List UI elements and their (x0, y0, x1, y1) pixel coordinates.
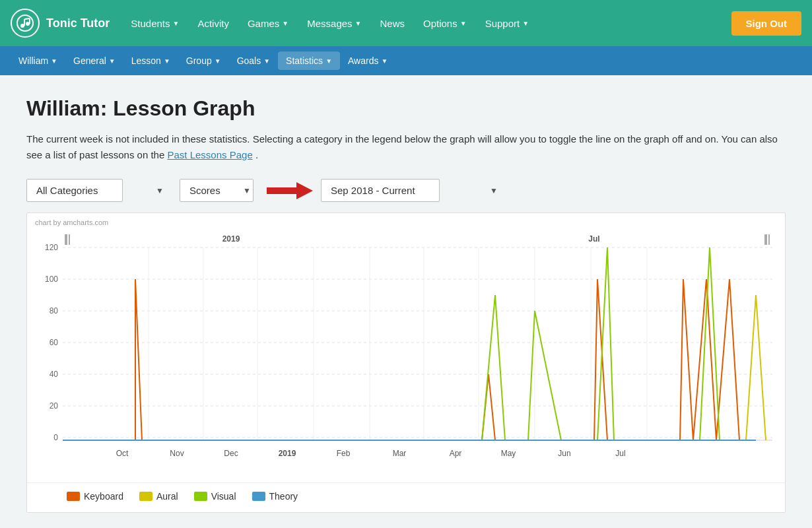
nav-news[interactable]: News (372, 13, 413, 34)
svg-marker-6 (267, 182, 313, 199)
arrow-indicator (267, 181, 313, 201)
svg-text:2019: 2019 (279, 449, 296, 458)
subnav-william[interactable]: William ▼ (11, 51, 65, 70)
chevron-down-icon: ▼ (215, 57, 221, 65)
metric-select-wrapper: Scores Time Attempts ▼ (180, 179, 259, 202)
legend-aural[interactable]: Aural (139, 491, 178, 502)
chevron-down-icon: ▼ (156, 186, 164, 195)
subnav-lesson[interactable]: Lesson ▼ (123, 51, 178, 70)
chevron-down-icon: ▼ (282, 20, 288, 27)
top-navigation: Tonic Tutor Students ▼ Activity Games ▼ … (0, 0, 812, 46)
svg-text:Oct: Oct (116, 449, 129, 458)
svg-text:Mar: Mar (393, 449, 407, 458)
keyboard-color-swatch (67, 492, 80, 501)
sign-out-button[interactable]: Sign Out (731, 11, 802, 36)
page-title: William: Lesson Graph (26, 96, 786, 121)
chart-credit: chart by amcharts.com (27, 213, 785, 226)
svg-text:Apr: Apr (450, 449, 462, 458)
subnav-awards[interactable]: Awards ▼ (340, 51, 395, 70)
svg-text:Feb: Feb (337, 449, 351, 458)
svg-text:Jul: Jul (615, 449, 625, 458)
subnav-statistics[interactable]: Statistics ▼ (278, 51, 340, 70)
svg-rect-25 (67, 234, 69, 245)
svg-rect-27 (767, 234, 768, 245)
app-name: Tonic Tutor (46, 16, 110, 30)
subnav-group[interactable]: Group ▼ (178, 51, 229, 70)
svg-text:120: 120 (45, 243, 58, 252)
subnav-general[interactable]: General ▼ (65, 51, 123, 70)
date-select-wrapper: Sep 2018 - Current Last 3 Months Last 6 … (321, 179, 506, 202)
legend-theory[interactable]: Theory (252, 491, 298, 502)
svg-text:May: May (501, 449, 516, 458)
chevron-down-icon: ▼ (381, 57, 388, 65)
chevron-down-icon: ▼ (325, 57, 332, 65)
controls-row: All Categories Keyboard Aural Visual The… (26, 179, 786, 202)
chart-svg: 120 100 80 60 40 20 0 2019 (27, 232, 785, 482)
svg-text:2019: 2019 (222, 234, 240, 244)
chevron-down-icon: ▼ (522, 20, 529, 27)
chevron-down-icon: ▼ (51, 57, 57, 65)
svg-text:40: 40 (50, 370, 59, 379)
aural-color-swatch (139, 492, 152, 501)
nav-support[interactable]: Support ▼ (477, 13, 537, 34)
svg-text:Nov: Nov (170, 449, 184, 458)
nav-students[interactable]: Students ▼ (123, 13, 187, 34)
chevron-down-icon: ▼ (460, 20, 467, 27)
chevron-down-icon: ▼ (263, 57, 270, 65)
chevron-down-icon: ▼ (173, 20, 180, 27)
svg-line-5 (24, 18, 30, 19)
chart-container: chart by amcharts.com 120 100 80 60 40 2… (26, 213, 786, 513)
svg-text:Dec: Dec (224, 449, 238, 458)
metric-select[interactable]: Scores Time Attempts (180, 179, 254, 202)
nav-activity[interactable]: Activity (189, 13, 237, 34)
chevron-down-icon: ▼ (109, 57, 116, 65)
svg-text:Jul: Jul (588, 234, 599, 244)
subnav-goals[interactable]: Goals ▼ (229, 51, 278, 70)
legend: Keyboard Aural Visual Theory (27, 482, 785, 512)
svg-text:100: 100 (45, 275, 58, 284)
logo-icon (11, 9, 40, 38)
svg-text:0: 0 (53, 433, 58, 442)
top-nav-items: Students ▼ Activity Games ▼ Messages ▼ N… (123, 13, 731, 34)
main-content: William: Lesson Graph The current week i… (0, 75, 812, 528)
theory-color-swatch (252, 492, 265, 501)
svg-text:60: 60 (50, 338, 59, 347)
nav-options[interactable]: Options ▼ (415, 13, 475, 34)
past-lessons-link[interactable]: Past Lessons Page (167, 149, 252, 160)
svg-text:80: 80 (50, 306, 59, 315)
date-select[interactable]: Sep 2018 - Current Last 3 Months Last 6 … (321, 179, 440, 202)
sub-navigation: William ▼ General ▼ Lesson ▼ Group ▼ Goa… (0, 46, 812, 75)
svg-text:20: 20 (50, 401, 59, 411)
category-select-wrapper: All Categories Keyboard Aural Visual The… (26, 179, 172, 202)
nav-messages[interactable]: Messages ▼ (299, 13, 369, 34)
logo-area[interactable]: Tonic Tutor (11, 9, 110, 38)
legend-keyboard[interactable]: Keyboard (67, 491, 123, 502)
svg-text:Jun: Jun (558, 449, 570, 458)
chevron-down-icon: ▼ (164, 57, 170, 65)
category-select[interactable]: All Categories Keyboard Aural Visual The… (26, 179, 123, 202)
chevron-down-icon: ▼ (490, 186, 498, 195)
legend-visual[interactable]: Visual (194, 491, 236, 502)
nav-games[interactable]: Games ▼ (240, 13, 296, 34)
chevron-down-icon: ▼ (355, 20, 362, 27)
visual-color-swatch (194, 492, 207, 501)
page-description: The current week is not included in thes… (26, 131, 786, 163)
